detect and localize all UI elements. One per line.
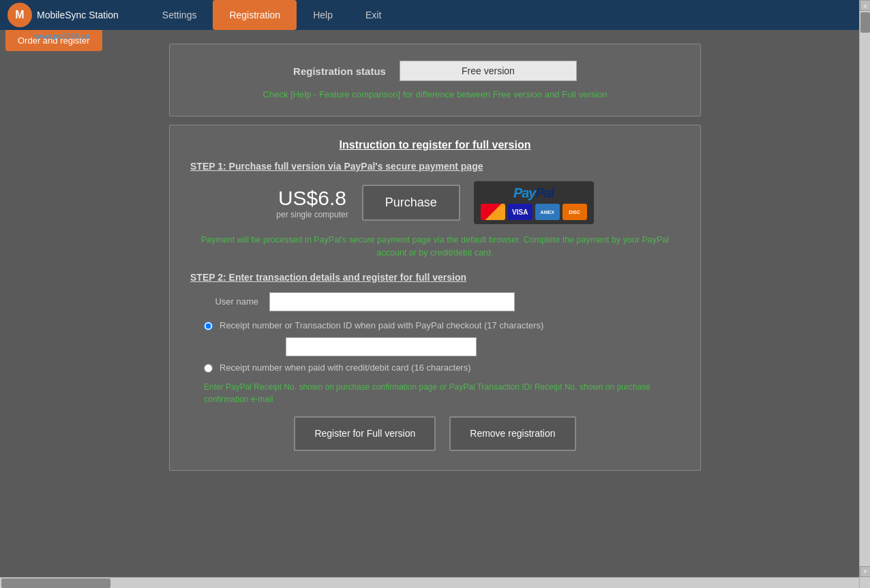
receipt-input-paypal[interactable] (286, 337, 477, 356)
receipt-note: Enter PayPal Receipt No. shown on purcha… (204, 381, 680, 405)
nav-items: Settings Registration Help Exit (146, 0, 870, 30)
app-title: MobileSync Station (37, 10, 119, 20)
navbar: M MobileSync Station Settings Registrati… (0, 0, 870, 30)
radio-paypal-label: Receipt number or Transaction ID when pa… (220, 320, 543, 332)
scrollbar-right[interactable]: ▲ ▼ (859, 0, 870, 588)
remove-registration-button[interactable]: Remove registration (449, 416, 575, 452)
scroll-thumb[interactable] (860, 12, 870, 33)
step2-title: STEP 2: Enter transaction details and re… (190, 272, 680, 283)
instruction-title: Instruction to register for full version (190, 139, 680, 151)
nav-help[interactable]: Help (297, 0, 349, 30)
step1-title: STEP 1: Purchase full version via PayPal… (190, 161, 680, 172)
paypal-block: PayPal VISA AMEX DISC (474, 181, 594, 224)
bottom-buttons: Register for Full version Remove registr… (190, 416, 680, 452)
username-input[interactable] (269, 292, 515, 311)
username-label: User name (190, 296, 258, 307)
radio-paypal[interactable] (204, 322, 213, 330)
scroll-down-arrow[interactable]: ▼ (860, 566, 870, 577)
card-logos: VISA AMEX DISC (481, 204, 587, 220)
scroll-up-arrow[interactable]: ▲ (860, 0, 870, 11)
price-sub: per single computer (276, 210, 348, 219)
app-logo: M (7, 2, 33, 28)
purchase-button[interactable]: Purchase (362, 185, 460, 221)
price-block: US$6.8 per single computer (276, 187, 348, 219)
radio-row-2: Receipt number when paid with credit/deb… (204, 362, 680, 374)
status-label: Registration status (293, 65, 386, 77)
status-note: Check [Help - Feature comparison] for di… (263, 89, 608, 99)
nav-registration[interactable]: Registration (213, 0, 297, 30)
radio-row-1: Receipt number or Transaction ID when pa… (204, 320, 680, 332)
payment-note: Payment will be processed in PayPal's se… (190, 234, 680, 260)
username-row: User name (190, 292, 680, 311)
visa-icon: VISA (508, 204, 532, 220)
instruction-panel: Instruction to register for full version… (169, 125, 701, 471)
mastercard-icon (481, 204, 505, 220)
purchase-row: US$6.8 per single computer Purchase PayP… (190, 181, 680, 224)
radio-section: Receipt number or Transaction ID when pa… (204, 320, 680, 374)
status-panel: Registration status Free version Check [… (169, 44, 701, 117)
nav-settings[interactable]: Settings (146, 0, 213, 30)
paypal-logo: PayPal (513, 185, 554, 201)
discover-icon: DISC (562, 204, 587, 220)
register-button[interactable]: Register for Full version (294, 416, 436, 452)
status-row: Registration status Free version (293, 61, 577, 81)
status-value: Free version (400, 61, 577, 81)
nav-exit[interactable]: Exit (349, 0, 397, 30)
price-amount: US$6.8 (276, 187, 348, 210)
content-area: Registration status Free version Check [… (0, 30, 870, 484)
radio-credit-label: Receipt number when paid with credit/deb… (220, 362, 471, 374)
radio-credit[interactable] (204, 364, 213, 373)
scroll-bottom-thumb[interactable] (1, 578, 110, 588)
amex-icon: AMEX (535, 204, 560, 220)
order-dropdown[interactable]: Order and register (5, 30, 102, 51)
svg-text:M: M (15, 9, 24, 20)
scrollbar-bottom[interactable] (0, 577, 859, 588)
